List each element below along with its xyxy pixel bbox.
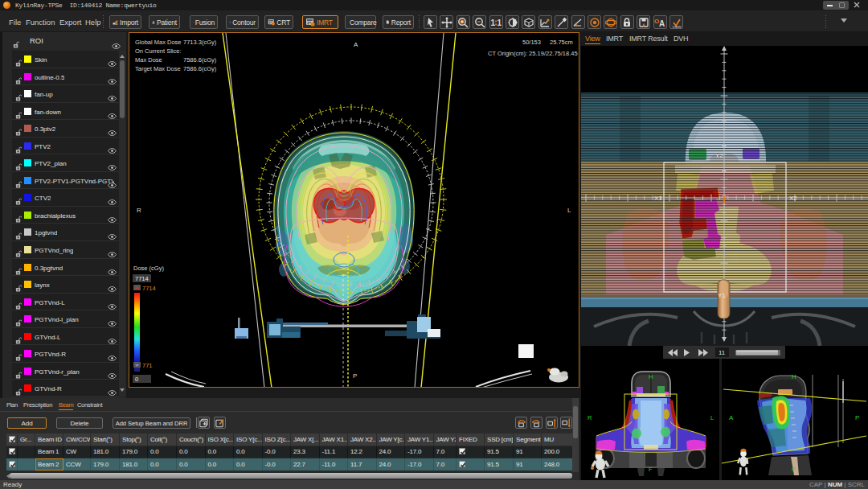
svg-text:7714: 7714 [135, 275, 149, 282]
svg-text:Y1: Y1 [718, 292, 726, 299]
svg-text:H: H [649, 373, 653, 380]
svg-text:L: L [710, 414, 714, 421]
svg-text:X2: X2 [789, 195, 797, 202]
svg-text:L: L [567, 207, 571, 214]
svg-text:7586.6(cGy): 7586.6(cGy) [183, 56, 217, 64]
svg-text:R: R [588, 414, 592, 421]
svg-text:A: A [354, 41, 358, 48]
svg-text:0: 0 [135, 376, 138, 383]
svg-text:A: A [659, 19, 665, 28]
svg-text:Global Max Dose: Global Max Dose [135, 39, 182, 46]
svg-text:CT Origin(cm): 25.19/22.75/18.: CT Origin(cm): 25.19/22.75/18.45 [488, 50, 578, 57]
svg-text:7714: 7714 [142, 285, 156, 292]
svg-text:VIEW: VIEW [672, 24, 682, 28]
svg-text:X1: X1 [654, 195, 662, 202]
svg-text:25.75cm: 25.75cm [550, 39, 573, 46]
svg-text:P: P [353, 372, 357, 380]
svg-text:7713.3(cGy): 7713.3(cGy) [183, 39, 217, 46]
svg-text:50/153: 50/153 [522, 39, 541, 46]
svg-text:Y2: Y2 [715, 152, 723, 159]
svg-text:1: 1 [491, 18, 496, 27]
svg-text:Target Max Dose: Target Max Dose [135, 65, 181, 72]
svg-text:1: 1 [497, 18, 502, 27]
svg-text:F: F [649, 466, 653, 473]
svg-text:R: R [137, 207, 141, 214]
svg-text:Dose (cGy): Dose (cGy) [133, 265, 164, 272]
svg-text:771: 771 [142, 362, 153, 369]
svg-text:P: P [855, 414, 859, 421]
svg-text:7586.6(cGy): 7586.6(cGy) [183, 65, 217, 72]
svg-text:H: H [792, 373, 796, 380]
svg-text:F: F [792, 466, 796, 473]
svg-text:A: A [729, 414, 734, 421]
svg-text:On Current Slice:: On Current Slice: [135, 47, 182, 55]
svg-text:Max Dose: Max Dose [135, 56, 162, 64]
svg-text:11: 11 [719, 349, 726, 356]
